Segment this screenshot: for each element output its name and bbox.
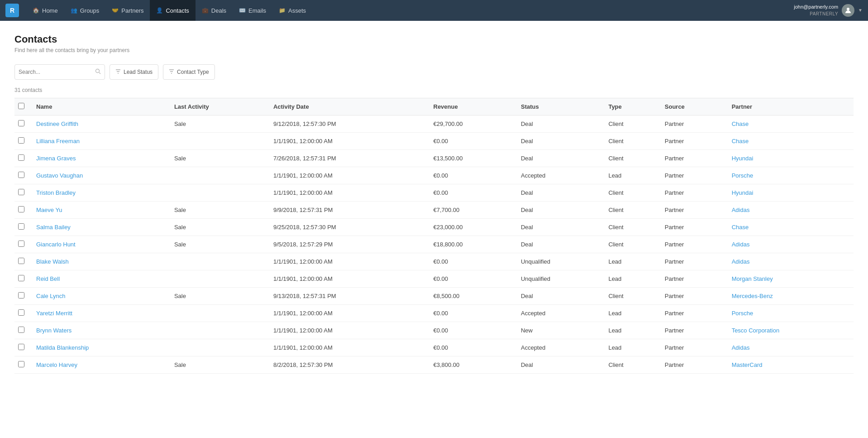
row-type: Client	[603, 202, 659, 219]
contact-name-link[interactable]: Maeve Yu	[36, 207, 62, 213]
partner-link[interactable]: Tesco Corporation	[732, 327, 780, 334]
contact-name-link[interactable]: Lilliana Freeman	[36, 138, 80, 144]
partner-link[interactable]: Hyundai	[732, 155, 754, 162]
contact-name-link[interactable]: Marcelo Harvey	[36, 361, 77, 368]
row-activity-date: 9/12/2018, 12:57:30 PM	[268, 116, 428, 133]
page-subtitle: Find here all the contacts bring by your…	[14, 47, 854, 53]
row-last-activity: Sale	[169, 219, 268, 236]
partner-link[interactable]: Porsche	[732, 310, 754, 317]
row-status: Unqualified	[515, 270, 603, 288]
row-checkbox[interactable]	[18, 120, 24, 126]
row-status: Accepted	[515, 305, 603, 322]
row-last-activity	[169, 339, 268, 356]
svg-point-0	[847, 8, 849, 10]
partner-link[interactable]: Porsche	[732, 172, 754, 179]
row-name: Destinee Griffith	[31, 116, 169, 133]
row-revenue: €0.00	[428, 253, 515, 270]
row-checkbox-cell	[14, 270, 31, 288]
row-source: Partner	[659, 305, 726, 322]
contact-name-link[interactable]: Cale Lynch	[36, 293, 66, 299]
search-box[interactable]	[14, 64, 105, 80]
nav-dropdown-icon[interactable]: ▼	[858, 8, 863, 13]
table-row: Maeve Yu Sale 9/9/2018, 12:57:31 PM €7,7…	[14, 202, 854, 219]
partner-link[interactable]: Morgan Stanley	[732, 275, 773, 282]
row-checkbox[interactable]	[18, 258, 24, 264]
row-checkbox-cell	[14, 305, 31, 322]
row-checkbox[interactable]	[18, 275, 24, 281]
select-all-checkbox[interactable]	[18, 103, 24, 109]
row-checkbox[interactable]	[18, 344, 24, 350]
contacts-icon: 👤	[156, 7, 163, 14]
lead-status-filter[interactable]: Lead Status	[110, 64, 158, 80]
row-checkbox[interactable]	[18, 172, 24, 178]
nav-deals[interactable]: 💼 Deals	[196, 0, 233, 21]
contact-name-link[interactable]: Blake Walsh	[36, 258, 69, 265]
row-checkbox[interactable]	[18, 292, 24, 298]
partner-link[interactable]: Mercedes-Benz	[732, 293, 773, 299]
search-input[interactable]	[19, 69, 93, 75]
row-status: Deal	[515, 184, 603, 202]
row-checkbox[interactable]	[18, 309, 24, 316]
partner-link[interactable]: MasterCard	[732, 361, 763, 368]
row-status: Deal	[515, 356, 603, 374]
partner-link[interactable]: Adidas	[732, 207, 750, 213]
nav-contacts[interactable]: 👤 Contacts	[150, 0, 195, 21]
row-last-activity: Sale	[169, 116, 268, 133]
contact-name-link[interactable]: Gustavo Vaughan	[36, 172, 83, 179]
nav-user-section: john@partnerly.com PARTNERLY ▼	[794, 4, 863, 17]
row-checkbox[interactable]	[18, 241, 24, 247]
contact-name-link[interactable]: Triston Bradley	[36, 189, 76, 196]
partner-link[interactable]: Hyundai	[732, 189, 754, 196]
row-checkbox[interactable]	[18, 206, 24, 212]
row-source: Partner	[659, 253, 726, 270]
table-row: Salma Bailey Sale 9/25/2018, 12:57:30 PM…	[14, 219, 854, 236]
nav-groups[interactable]: 👥 Groups	[64, 0, 106, 21]
row-activity-date: 1/1/1901, 12:00:00 AM	[268, 167, 428, 184]
row-revenue: €0.00	[428, 322, 515, 339]
nav-assets[interactable]: 📁 Assets	[272, 0, 312, 21]
col-name: Name	[31, 98, 169, 116]
contact-name-link[interactable]: Jimena Graves	[36, 155, 76, 162]
contact-name-link[interactable]: Matilda Blankenship	[36, 344, 89, 351]
contact-name-link[interactable]: Destinee Griffith	[36, 120, 78, 127]
partner-link[interactable]: Chase	[732, 138, 749, 144]
contact-type-filter[interactable]: Contact Type	[163, 64, 215, 80]
row-partner: Chase	[726, 219, 854, 236]
contact-name-link[interactable]: Giancarlo Hunt	[36, 241, 76, 248]
contact-name-link[interactable]: Brynn Waters	[36, 327, 72, 334]
nav-user-email: john@partnerly.com	[794, 4, 838, 10]
nav-home[interactable]: 🏠 Home	[26, 0, 64, 21]
contact-name-link[interactable]: Salma Bailey	[36, 224, 71, 231]
row-checkbox[interactable]	[18, 189, 24, 195]
contact-name-link[interactable]: Reid Bell	[36, 275, 60, 282]
row-partner: Hyundai	[726, 150, 854, 167]
row-checkbox[interactable]	[18, 361, 24, 367]
avatar[interactable]	[842, 4, 854, 17]
nav-partners[interactable]: 🤝 Partners	[105, 0, 150, 21]
nav-emails[interactable]: ✉️ Emails	[233, 0, 272, 21]
row-type: Client	[603, 236, 659, 253]
row-checkbox[interactable]	[18, 327, 24, 333]
row-checkbox[interactable]	[18, 223, 24, 230]
row-partner: Adidas	[726, 253, 854, 270]
row-checkbox-cell	[14, 133, 31, 150]
table-row: Matilda Blankenship 1/1/1901, 12:00:00 A…	[14, 339, 854, 356]
partner-link[interactable]: Adidas	[732, 241, 750, 248]
row-name: Yaretzi Merritt	[31, 305, 169, 322]
partner-link[interactable]: Chase	[732, 120, 749, 127]
row-checkbox[interactable]	[18, 154, 24, 161]
row-revenue: €0.00	[428, 270, 515, 288]
row-checkbox[interactable]	[18, 137, 24, 144]
row-type: Client	[603, 116, 659, 133]
contact-name-link[interactable]: Yaretzi Merritt	[36, 310, 72, 317]
row-name: Marcelo Harvey	[31, 356, 169, 374]
app-logo[interactable]: R	[5, 4, 19, 17]
partner-link[interactable]: Chase	[732, 224, 749, 231]
nav-deals-label: Deals	[211, 7, 226, 14]
partner-link[interactable]: Adidas	[732, 258, 750, 265]
row-type: Client	[603, 219, 659, 236]
partner-link[interactable]: Adidas	[732, 344, 750, 351]
row-source: Partner	[659, 202, 726, 219]
col-source: Source	[659, 98, 726, 116]
row-checkbox-cell	[14, 236, 31, 253]
